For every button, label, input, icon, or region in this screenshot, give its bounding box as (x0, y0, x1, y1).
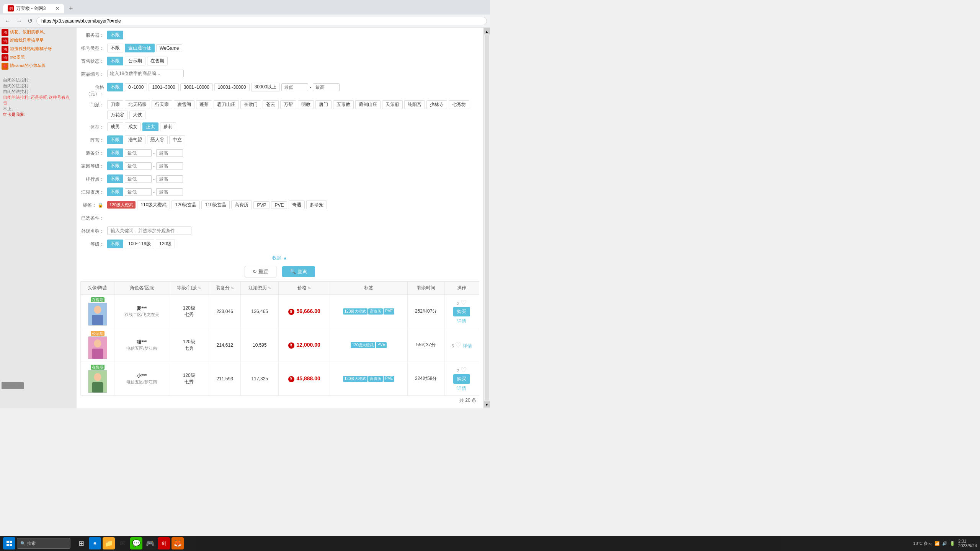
new-tab-button[interactable]: + (67, 5, 75, 13)
body-chennv[interactable]: 成女 (125, 122, 141, 131)
tag-110-orange-weapon[interactable]: 110级大橙武 (137, 201, 170, 209)
tag-110-jade[interactable]: 110级玄晶 (201, 201, 230, 209)
home-no-limit[interactable]: 不限 (107, 161, 123, 170)
tag-pve[interactable]: PVE (271, 201, 287, 209)
tag-multi-pet[interactable]: 多珍宠 (306, 201, 327, 209)
row2-detail-link[interactable]: 详情 (463, 343, 472, 349)
price-30000-plus[interactable]: 30000以上 (251, 83, 280, 91)
row1-buy-btn[interactable]: 购买 (453, 307, 470, 316)
chat-message: 🔴 情sama的小弟车牌 (2, 63, 75, 70)
row3-favorite-btn[interactable]: ♡ (461, 366, 467, 374)
prestige-max-input[interactable] (156, 175, 183, 183)
row3-buy-btn[interactable]: 购买 (453, 374, 470, 384)
price-1001-3000[interactable]: 1001~3000 (149, 83, 178, 91)
camp-neutral[interactable]: 中立 (169, 135, 185, 144)
tag-120-jade[interactable]: 120级玄晶 (172, 201, 200, 209)
appearance-name-row: 外观名称： (80, 227, 479, 236)
search-button[interactable]: 🔍 查询 (282, 266, 315, 277)
address-bar[interactable] (36, 17, 487, 25)
sect-cangyun[interactable]: 苍云 (263, 100, 279, 109)
active-tab[interactable]: 剑 万宝楼 - 剑网3 ✕ (3, 4, 64, 13)
tag-high-exp[interactable]: 高资历 (231, 201, 252, 209)
sect-chunyang[interactable]: 纯阳宫 (404, 100, 425, 109)
sect-shaolin[interactable]: 少林寺 (426, 100, 447, 109)
consign-public[interactable]: 公示期 (125, 57, 145, 65)
price-3001-10000[interactable]: 3001~10000 (180, 83, 213, 91)
tag-adventure[interactable]: 奇遇 (289, 201, 305, 209)
sect-wanhua[interactable]: 万花谷 (107, 111, 128, 119)
reset-button[interactable]: ↻ 重置 (245, 266, 276, 277)
sect-tiancefu[interactable]: 天策府 (382, 100, 403, 109)
camp-haoqi[interactable]: 浩气盟 (125, 135, 145, 144)
sect-badao[interactable]: 霸刀山庄 (214, 100, 239, 109)
merchant-id-input-area (107, 70, 479, 77)
equip-no-limit[interactable]: 不限 (107, 148, 123, 157)
price-max-input[interactable] (313, 83, 340, 91)
merchant-id-input[interactable] (107, 70, 184, 77)
body-chennan[interactable]: 成男 (107, 122, 123, 131)
consign-on-sale[interactable]: 在售期 (147, 57, 168, 65)
sect-filter-row: 门派： 刀宗 北天药宗 行天宗 凌雪阁 蓬莱 霸刀山庄 长歌门 苍云 万帮 明教… (80, 100, 479, 119)
row1-sect: 七秀 (172, 311, 206, 318)
row1-detail-link[interactable]: 详情 (457, 318, 466, 324)
consign-no-limit[interactable]: 不限 (107, 57, 123, 65)
scroll-up-btn[interactable]: ▲ (484, 28, 490, 34)
sect-daxia[interactable]: 大侠 (129, 111, 145, 119)
price-min-input[interactable] (281, 83, 308, 91)
camp-no-limit[interactable]: 不限 (107, 135, 123, 144)
jianghu-min-input[interactable] (125, 188, 152, 196)
sect-daozong[interactable]: 刀宗 (107, 100, 123, 109)
body-luoli[interactable]: 萝莉 (160, 122, 176, 131)
prestige-no-limit[interactable]: 不限 (107, 174, 123, 183)
sect-qixiu[interactable]: 七秀坊 (449, 100, 469, 109)
back-button[interactable]: ← (3, 17, 12, 25)
jianghu-no-limit[interactable]: 不限 (107, 187, 123, 196)
row2-tag-list: 120级大橙武 PVE (332, 342, 405, 348)
row3-price-value: 45,888.00 (297, 375, 320, 381)
price-no-limit[interactable]: 不限 (107, 83, 123, 91)
body-zhengtai[interactable]: 正太 (142, 122, 158, 131)
sect-cangjian[interactable]: 藏剑山庄 (355, 100, 381, 109)
right-scrollbar[interactable]: ▲ ▼ (483, 28, 490, 408)
row1-avatar-wrapper: 在售期 (83, 297, 112, 326)
collapse-button[interactable]: 收起 ▲ (272, 255, 287, 261)
row2-favorite-btn[interactable]: ♡ (455, 341, 461, 349)
tab-close-btn[interactable]: ✕ (55, 5, 60, 11)
sect-wanbang[interactable]: 万帮 (280, 100, 296, 109)
level-120[interactable]: 120级 (156, 240, 175, 248)
home-max-input[interactable] (156, 162, 183, 170)
prestige-min-input[interactable] (125, 175, 152, 183)
sect-changge[interactable]: 长歌门 (240, 100, 261, 109)
appearance-input[interactable] (107, 227, 191, 235)
row3-tag-0: 120级大橙武 (343, 376, 368, 382)
forward-button[interactable]: → (15, 17, 24, 25)
camp-erening[interactable]: 恶人谷 (147, 135, 168, 144)
account-no-limit[interactable]: 不限 (107, 44, 123, 52)
level-100-119[interactable]: 100~119级 (125, 240, 154, 248)
sect-wudujiao[interactable]: 五毒教 (333, 100, 354, 109)
row3-detail-link[interactable]: 详情 (457, 386, 466, 391)
sect-lingxuege[interactable]: 凌雪阁 (174, 100, 194, 109)
tag-pvp[interactable]: PVP (253, 201, 270, 209)
sect-penglai[interactable]: 蓬莱 (196, 100, 212, 109)
body-options: 成男 成女 正太 萝莉 (107, 122, 479, 131)
server-no-limit[interactable]: 不限 (107, 31, 123, 39)
equip-max-input[interactable] (156, 149, 183, 157)
account-wegame[interactable]: WeGame (156, 44, 182, 52)
sect-beitiaoyaozong[interactable]: 北天药宗 (125, 100, 150, 109)
level-no-limit[interactable]: 不限 (107, 240, 123, 248)
account-jinshanpass[interactable]: 金山通行证 (125, 44, 155, 52)
price-10001-30000[interactable]: 10001~30000 (214, 83, 250, 91)
row1-favorite-btn[interactable]: ♡ (461, 298, 467, 307)
equip-min-input[interactable] (125, 149, 152, 157)
scrollbar-track[interactable] (485, 35, 489, 401)
sect-mingjiao[interactable]: 明教 (298, 100, 314, 109)
price-0-1000[interactable]: 0~1000 (125, 83, 147, 91)
home-min-input[interactable] (125, 162, 152, 170)
sect-xingtian[interactable]: 行天宗 (152, 100, 172, 109)
refresh-button[interactable]: ↺ (26, 16, 34, 25)
jianghu-max-input[interactable] (156, 188, 183, 196)
tag-120-orange-weapon[interactable]: 120级大橙武 (107, 201, 136, 209)
scroll-down-btn[interactable]: ▼ (484, 401, 490, 408)
sect-tangmen[interactable]: 唐门 (315, 100, 332, 109)
